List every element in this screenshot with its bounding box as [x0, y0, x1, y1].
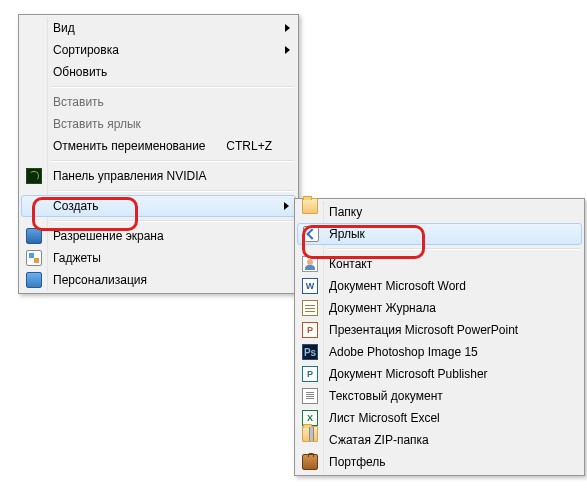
shortcut-icon: [303, 226, 319, 242]
publisher-icon: [302, 366, 318, 382]
menu-label: Панель управления NVIDIA: [53, 169, 207, 183]
submenu-ps[interactable]: Adobe Photoshop Image 15: [297, 341, 582, 363]
menu-separator: [51, 160, 294, 162]
create-submenu: Папку Ярлык Контакт Документ Microsoft W…: [294, 198, 585, 476]
submenu-excel[interactable]: Лист Microsoft Excel: [297, 407, 582, 429]
menu-paste-shortcut: Вставить ярлык: [21, 113, 296, 135]
submenu-folder[interactable]: Папку: [297, 201, 582, 223]
menu-label: Вставить: [53, 95, 104, 109]
menu-label: Документ Microsoft Publisher: [329, 367, 488, 381]
menu-label: Сортировка: [53, 43, 119, 57]
menu-create[interactable]: Создать: [21, 195, 296, 217]
nvidia-icon: [26, 168, 42, 184]
menu-shortcut-text: CTRL+Z: [226, 139, 272, 153]
menu-nvidia[interactable]: Панель управления NVIDIA: [21, 165, 296, 187]
desktop-context-menu: Вид Сортировка Обновить Вставить Вставит…: [18, 14, 299, 294]
menu-resolution[interactable]: Разрешение экрана: [21, 225, 296, 247]
menu-paste: Вставить: [21, 91, 296, 113]
submenu-txt[interactable]: Текстовый документ: [297, 385, 582, 407]
text-file-icon: [302, 388, 318, 404]
menu-label: Ярлык: [329, 227, 365, 241]
submenu-portfolio[interactable]: Портфель: [297, 451, 582, 473]
menu-label: Портфель: [329, 455, 386, 469]
briefcase-icon: [302, 454, 318, 470]
menu-personalize[interactable]: Персонализация: [21, 269, 296, 291]
submenu-arrow-icon: [285, 24, 290, 32]
menu-separator: [51, 220, 294, 222]
zip-folder-icon: [302, 426, 318, 442]
menu-label: Гаджеты: [53, 251, 101, 265]
menu-label: Контакт: [329, 257, 372, 271]
menu-label: Разрешение экрана: [53, 229, 164, 243]
submenu-word[interactable]: Документ Microsoft Word: [297, 275, 582, 297]
menu-separator: [327, 248, 580, 250]
menu-label: Сжатая ZIP-папка: [329, 433, 429, 447]
menu-label: Отменить переименование: [53, 139, 206, 153]
menu-label: Презентация Microsoft PowerPoint: [329, 323, 518, 337]
menu-label: Создать: [53, 199, 99, 213]
submenu-pub[interactable]: Документ Microsoft Publisher: [297, 363, 582, 385]
submenu-arrow-icon: [284, 202, 289, 210]
menu-label: Текстовый документ: [329, 389, 443, 403]
menu-label: Персонализация: [53, 273, 147, 287]
menu-label: Обновить: [53, 65, 107, 79]
menu-label: Лист Microsoft Excel: [329, 411, 440, 425]
submenu-contact[interactable]: Контакт: [297, 253, 582, 275]
menu-label: Документ Microsoft Word: [329, 279, 466, 293]
journal-icon: [302, 300, 318, 316]
powerpoint-icon: [302, 322, 318, 338]
menu-separator: [51, 86, 294, 88]
display-icon: [26, 228, 42, 244]
menu-label: Папку: [329, 205, 362, 219]
menu-separator: [51, 190, 294, 192]
submenu-shortcut[interactable]: Ярлык: [297, 223, 582, 245]
menu-label: Документ Журнала: [329, 301, 436, 315]
submenu-arrow-icon: [285, 46, 290, 54]
folder-icon: [302, 198, 318, 214]
photoshop-icon: [302, 344, 318, 360]
personalize-icon: [26, 272, 42, 288]
submenu-ppt[interactable]: Презентация Microsoft PowerPoint: [297, 319, 582, 341]
menu-label: Вставить ярлык: [53, 117, 141, 131]
menu-label: Вид: [53, 21, 75, 35]
menu-gadgets[interactable]: Гаджеты: [21, 247, 296, 269]
menu-sort[interactable]: Сортировка: [21, 39, 296, 61]
menu-undo-rename[interactable]: Отменить переименование CTRL+Z: [21, 135, 296, 157]
contact-icon: [302, 256, 318, 272]
menu-refresh[interactable]: Обновить: [21, 61, 296, 83]
menu-view[interactable]: Вид: [21, 17, 296, 39]
gadgets-icon: [26, 250, 42, 266]
submenu-journal[interactable]: Документ Журнала: [297, 297, 582, 319]
submenu-zip[interactable]: Сжатая ZIP-папка: [297, 429, 582, 451]
word-icon: [302, 278, 318, 294]
menu-label: Adobe Photoshop Image 15: [329, 345, 478, 359]
